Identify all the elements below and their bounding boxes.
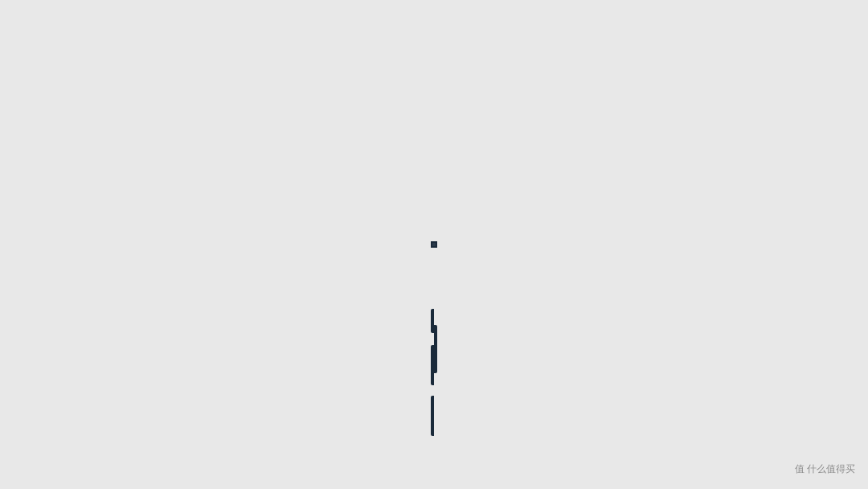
watermark: 值 什么值得买 bbox=[795, 462, 855, 476]
power-button[interactable] bbox=[434, 325, 437, 373]
silent-switch[interactable] bbox=[431, 309, 434, 333]
volume-up-button[interactable] bbox=[431, 345, 434, 385]
volume-down-button[interactable] bbox=[431, 396, 434, 436]
